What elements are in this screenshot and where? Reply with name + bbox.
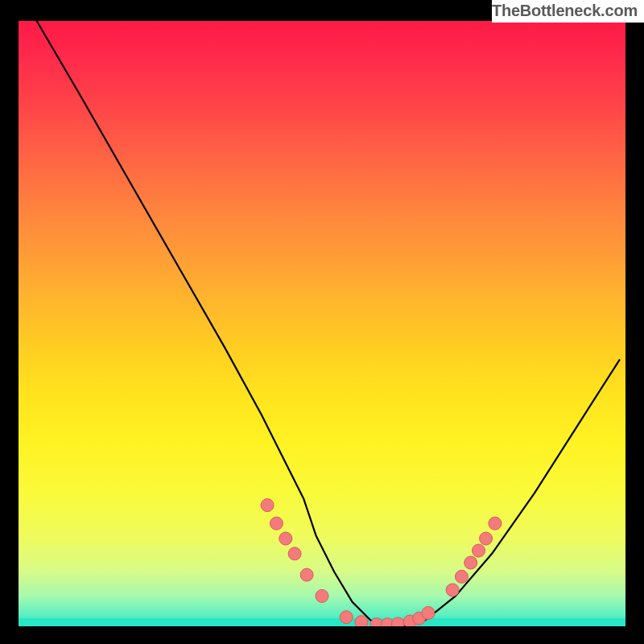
data-dot xyxy=(489,517,502,530)
data-dot xyxy=(391,617,404,626)
data-dot xyxy=(473,544,485,557)
data-dot xyxy=(446,584,459,597)
data-dots xyxy=(261,499,502,626)
attribution-label: TheBottleneck.com xyxy=(492,0,644,23)
bottleneck-curve xyxy=(37,21,620,626)
data-dot xyxy=(355,616,368,626)
data-dot xyxy=(455,570,468,583)
data-dot xyxy=(340,611,353,624)
plot-area xyxy=(19,21,625,626)
chart-frame: TheBottleneck.com xyxy=(0,0,644,644)
data-dot xyxy=(464,556,477,569)
data-dot xyxy=(316,589,328,602)
data-dot xyxy=(261,499,274,512)
data-dot xyxy=(300,568,313,581)
data-dot xyxy=(480,532,493,545)
data-dot xyxy=(288,547,301,560)
data-dot xyxy=(422,607,435,620)
curve-svg xyxy=(19,21,625,626)
data-dot xyxy=(270,517,283,530)
data-dot xyxy=(279,532,292,545)
